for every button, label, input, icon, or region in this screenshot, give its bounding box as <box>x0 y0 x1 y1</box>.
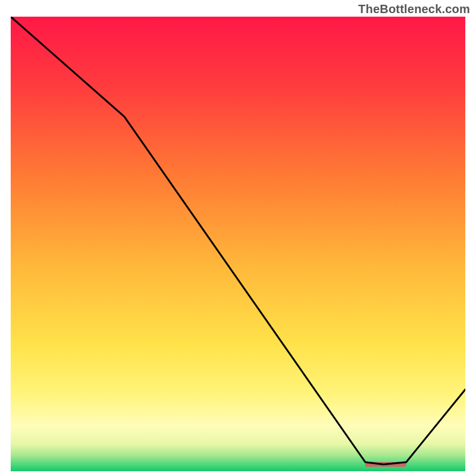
chart-svg <box>11 17 465 471</box>
gradient-background <box>11 17 465 471</box>
plot-area <box>11 17 465 471</box>
watermark-text: TheBottleneck.com <box>358 2 470 16</box>
chart-container: TheBottleneck.com <box>0 0 476 476</box>
